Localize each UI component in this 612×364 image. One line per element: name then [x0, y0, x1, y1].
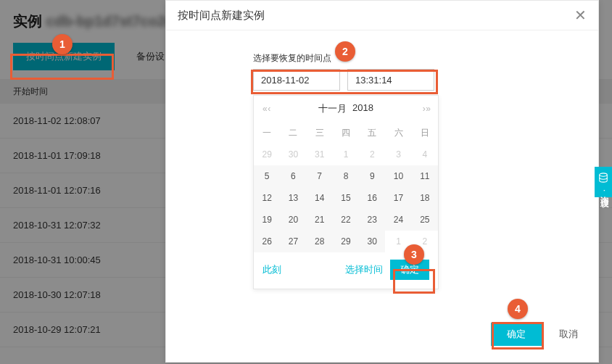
modal-title: 按时间点新建实例	[178, 9, 265, 22]
datepicker-day[interactable]: 12	[254, 187, 280, 209]
datepicker-day[interactable]: 10	[385, 165, 411, 187]
datepicker-day[interactable]: 30	[280, 144, 306, 165]
confirm-button[interactable]: 确定	[491, 323, 542, 346]
datepicker-day[interactable]: 23	[359, 209, 385, 231]
modal-body: 选择要恢复的时间点 « ‹ 十一月 2018 › » 一二三四五六日 29303…	[166, 30, 598, 323]
weekday-label: 一	[254, 122, 280, 144]
close-icon[interactable]: ✕	[574, 8, 587, 22]
prev-icon[interactable]: « ‹	[262, 104, 269, 114]
datepicker-month-year[interactable]: 十一月 2018	[318, 102, 373, 115]
datepicker-day[interactable]: 30	[359, 231, 385, 252]
datepicker-day[interactable]: 20	[280, 209, 306, 231]
weekday-label: 二	[280, 122, 306, 144]
datepicker-day[interactable]: 8	[333, 165, 359, 187]
datepicker-day[interactable]: 31	[307, 144, 333, 165]
weekday-label: 三	[307, 122, 333, 144]
modal-header: 按时间点新建实例 ✕	[166, 1, 598, 30]
modal-create-instance: 按时间点新建实例 ✕ 选择要恢复的时间点 « ‹ 十一月 2018 › » 一二…	[165, 0, 599, 363]
datepicker-day[interactable]: 24	[385, 209, 411, 231]
datepicker-day[interactable]: 28	[307, 231, 333, 252]
datepicker-day[interactable]: 16	[359, 187, 385, 209]
weekday-label: 四	[333, 122, 359, 144]
database-icon	[598, 173, 608, 183]
datepicker-day[interactable]: 1	[333, 144, 359, 165]
datepicker-day[interactable]: 27	[280, 231, 306, 252]
datepicker-day[interactable]: 29	[333, 231, 359, 252]
datepicker-day[interactable]: 4	[412, 144, 438, 165]
select-time-link[interactable]: 选择时间	[345, 263, 383, 276]
weekday-label: 日	[412, 122, 438, 144]
datepicker-day[interactable]: 6	[280, 165, 306, 187]
callout-3: 3	[404, 244, 424, 265]
weekday-label: 五	[359, 122, 385, 144]
datepicker-day[interactable]: 14	[307, 187, 333, 209]
datepicker-day[interactable]: 18	[412, 187, 438, 209]
datepicker-day[interactable]: 9	[359, 165, 385, 187]
svg-point-0	[600, 173, 608, 176]
datepicker-grid: 一二三四五六日 29303112345678910111213141516171…	[254, 122, 438, 252]
callout-2: 2	[335, 41, 355, 62]
datepicker-day[interactable]: 22	[333, 209, 359, 231]
datepicker-day[interactable]: 3	[385, 144, 411, 165]
datepicker-day[interactable]: 29	[254, 144, 280, 165]
date-input[interactable]	[253, 69, 340, 91]
next-icon[interactable]: › »	[423, 104, 429, 114]
datepicker-day[interactable]: 5	[254, 165, 280, 187]
modal-footer: 确定 取消	[166, 323, 598, 362]
datepicker-day[interactable]: 11	[412, 165, 438, 187]
restore-time-label: 选择要恢复的时间点	[253, 52, 511, 65]
callout-1: 1	[52, 34, 73, 54]
feedback-tab-label: 咨询·建议	[598, 189, 610, 191]
datepicker-day[interactable]: 7	[307, 165, 333, 187]
now-link[interactable]: 此刻	[262, 263, 281, 276]
weekday-label: 六	[385, 122, 411, 144]
feedback-tab[interactable]: 咨询·建议	[595, 167, 612, 197]
datepicker-day[interactable]: 15	[333, 187, 359, 209]
datepicker-day[interactable]: 19	[254, 209, 280, 231]
datepicker-day[interactable]: 25	[412, 209, 438, 231]
cancel-button[interactable]: 取消	[559, 328, 578, 341]
datetime-inputs	[253, 69, 511, 91]
datepicker-day[interactable]: 2	[359, 144, 385, 165]
datepicker-day[interactable]: 17	[385, 187, 411, 209]
datepicker-day[interactable]: 13	[280, 187, 306, 209]
callout-4: 4	[508, 299, 528, 319]
time-input[interactable]	[347, 69, 434, 91]
datepicker-header: « ‹ 十一月 2018 › »	[254, 96, 438, 122]
datepicker-day[interactable]: 21	[307, 209, 333, 231]
datepicker-day[interactable]: 26	[254, 231, 280, 252]
